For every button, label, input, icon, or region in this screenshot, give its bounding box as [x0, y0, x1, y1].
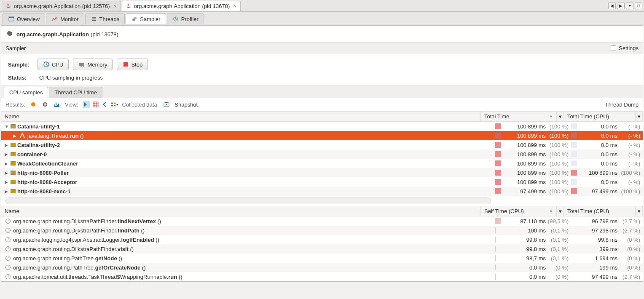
- inner-tab-0[interactable]: CPU samples: [4, 87, 48, 98]
- settings-checkbox[interactable]: [611, 45, 616, 51]
- hotspot-row[interactable]: org.acme.graph.routing.PathTree.getOrCre…: [1, 263, 643, 272]
- stop-icon: [122, 61, 129, 68]
- overview-icon: [8, 16, 15, 22]
- svg-point-3: [134, 17, 137, 19]
- tree-row[interactable]: ▶http-nio-8080-exec-197 499 ms(100 %)97 …: [1, 187, 643, 196]
- expander-icon[interactable]: ▶: [5, 189, 9, 194]
- snapshot-icon[interactable]: [163, 101, 170, 108]
- hot-col-self[interactable]: Self Time (CPU)▼: [481, 206, 557, 216]
- clock-icon: [5, 274, 11, 279]
- hotspot-row[interactable]: org.acme.graph.routing.PathTree.getNode …: [1, 254, 643, 263]
- clock-icon: [5, 256, 11, 261]
- tab-sampler[interactable]: Sampler: [126, 13, 166, 24]
- col-total-time[interactable]: Total Time▼: [481, 112, 557, 121]
- window-controls: ◀ ▶ ▾ □: [608, 3, 642, 9]
- stop-button[interactable]: Stop: [117, 59, 148, 70]
- app-tab-1[interactable]: org.acme.graph.Application (pid 13678)×: [122, 1, 241, 11]
- tree-row[interactable]: ▶Catalina-utility-2100 899 ms(100 %)0,0 …: [1, 140, 643, 150]
- svg-rect-18: [165, 102, 168, 103]
- thread-icon: [11, 171, 16, 175]
- hot-col-total-menu[interactable]: ▾: [636, 206, 643, 216]
- expander-icon[interactable]: ▼: [5, 124, 9, 129]
- hotspot-row[interactable]: org.acme.graph.routing.DijkstraPathFinde…: [1, 244, 643, 254]
- tree-row[interactable]: ▶container-0100 899 ms(100 %)0,0 ms(- %): [1, 150, 643, 159]
- expander-icon[interactable]: ▶: [5, 143, 9, 147]
- thread-icon: [11, 189, 16, 193]
- app-tab-0[interactable]: org.acme.graph.Application (pid 12576)×: [2, 1, 121, 11]
- tab-threads[interactable]: Threads: [85, 13, 125, 24]
- chart-icon[interactable]: [53, 101, 61, 108]
- tree-row[interactable]: ▼Catalina-utility-1100 899 ms(100 %)0,0 …: [1, 122, 643, 131]
- tab-monitor[interactable]: Monitor: [46, 13, 84, 24]
- tree-row[interactable]: ▶WeakCollectionCleaner100 899 ms(100 %)0…: [1, 159, 643, 168]
- tree-row[interactable]: ▶java.lang.Thread.run ()100 899 ms(100 %…: [1, 131, 643, 140]
- nav-next-button[interactable]: ▶: [617, 3, 625, 9]
- svg-point-19: [166, 104, 167, 105]
- col-name[interactable]: Name: [1, 112, 481, 121]
- clock-icon: [5, 219, 11, 224]
- expander-icon[interactable]: ▶: [5, 180, 9, 184]
- view-label: View:: [65, 101, 78, 108]
- close-icon[interactable]: ×: [232, 3, 237, 9]
- clock-icon: [5, 237, 11, 242]
- thread-tree-table: Name Total Time▼ ▾ Total Time (CPU) ▾ ▼C…: [1, 111, 643, 196]
- cpu-icon: [43, 61, 50, 68]
- hotspot-row[interactable]: org.apache.logging.log4j.spi.AbstractLog…: [1, 235, 643, 244]
- view-tabs: OverviewMonitorThreadsSamplerProfiler: [0, 12, 644, 24]
- back-call-icon[interactable]: [101, 101, 109, 108]
- results-label: Results:: [5, 101, 25, 108]
- tab-profiler[interactable]: Profiler: [167, 13, 204, 24]
- dropdown-button[interactable]: ▾: [626, 3, 633, 9]
- maximize-button[interactable]: □: [635, 3, 642, 9]
- hot-col-total[interactable]: Total Time (CPU): [564, 206, 636, 216]
- section-title: Sampler: [5, 45, 26, 51]
- page-title: org.acme.graph.Application (pid 13678): [16, 30, 118, 37]
- hotspot-row[interactable]: org.apache.tomcat.util.threads.TaskThrea…: [1, 272, 643, 281]
- hot-col-self-menu[interactable]: ▾: [557, 206, 564, 216]
- nav-prev-button[interactable]: ◀: [608, 3, 616, 9]
- tree-row[interactable]: ▶http-nio-8080-Acceptor100 899 ms(100 %)…: [1, 177, 643, 187]
- svg-rect-12: [93, 102, 98, 107]
- col-total-time-menu[interactable]: ▾: [557, 112, 564, 121]
- expander-icon[interactable]: ▶: [5, 161, 9, 166]
- svg-rect-14: [113, 103, 115, 104]
- svg-rect-15: [111, 105, 113, 107]
- status-value: CPU sampling in progress: [39, 75, 103, 81]
- svg-rect-13: [111, 103, 113, 104]
- refresh-icon[interactable]: [6, 30, 13, 38]
- app-tabs-bar: org.acme.graph.Application (pid 12576)×o…: [0, 0, 644, 12]
- main-content: org.acme.graph.Application (pid 13678) S…: [1, 25, 643, 282]
- thread-icon: [11, 124, 16, 128]
- section-header: Sampler Settings: [1, 43, 643, 54]
- status-row: Status: CPU sampling in progress: [1, 75, 643, 85]
- cpu-button[interactable]: CPU: [38, 59, 69, 70]
- horizontal-scrollbar[interactable]: [5, 198, 491, 204]
- tree-row[interactable]: ▶http-nio-8080-Poller100 899 ms(100 %)10…: [1, 168, 643, 177]
- table-view-icon[interactable]: [92, 101, 99, 108]
- hotspot-row[interactable]: org.acme.graph.routing.DijkstraPathFinde…: [1, 226, 643, 235]
- snapshot-label[interactable]: Snapshot: [174, 101, 198, 108]
- inner-tab-1[interactable]: Thread CPU time: [49, 87, 102, 98]
- svg-rect-10: [123, 62, 128, 67]
- svg-rect-7: [80, 66, 80, 67]
- svg-rect-6: [79, 63, 84, 66]
- options-icon[interactable]: ▾: [110, 101, 118, 108]
- record-icon[interactable]: [30, 101, 37, 108]
- hot-col-name[interactable]: Name: [1, 206, 481, 216]
- memory-button[interactable]: Memory: [73, 59, 113, 70]
- close-icon[interactable]: ×: [113, 3, 117, 9]
- expander-icon[interactable]: ▶: [5, 171, 9, 175]
- monitor-icon: [51, 16, 58, 22]
- tree-view-icon[interactable]: [83, 101, 90, 108]
- tab-overview[interactable]: Overview: [3, 13, 45, 24]
- refresh-results-icon[interactable]: [41, 101, 49, 108]
- hotspot-row[interactable]: org.acme.graph.routing.DijkstraPathFinde…: [1, 216, 643, 226]
- col-total-cpu-menu[interactable]: ▾: [636, 112, 643, 121]
- sampler-inner-tabs: CPU samplesThread CPU time: [1, 85, 643, 98]
- expander-icon[interactable]: ▶: [5, 152, 9, 157]
- expander-icon[interactable]: ▶: [13, 133, 17, 138]
- thread-dump-button[interactable]: Thread Dump: [605, 101, 639, 108]
- svg-rect-9: [83, 66, 84, 67]
- col-total-cpu[interactable]: Total Time (CPU): [564, 112, 636, 121]
- thread-icon: [11, 152, 16, 156]
